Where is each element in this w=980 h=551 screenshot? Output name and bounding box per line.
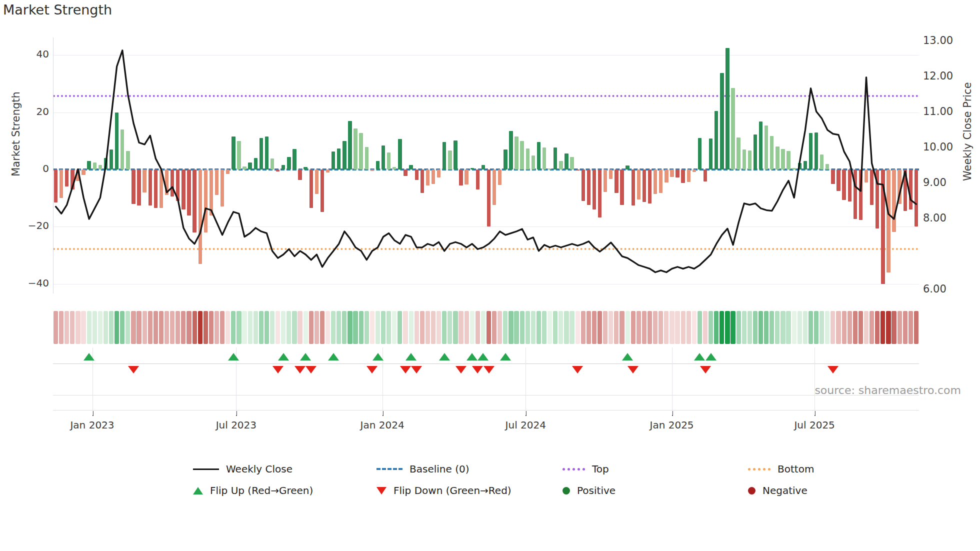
heat-cell	[320, 311, 324, 344]
heat-cell	[409, 311, 414, 344]
heat-cell	[742, 311, 746, 344]
heat-cell	[626, 311, 630, 344]
heat-cell	[748, 311, 752, 344]
source-credit: source: sharemaestro.com	[814, 384, 961, 396]
flip-up-marker	[622, 353, 633, 360]
heat-cell	[436, 311, 441, 344]
flip-down-marker	[294, 366, 306, 374]
heat-cell	[692, 311, 696, 344]
market-strength-chart: Market Strength Market Strength Weekly C…	[0, 0, 980, 551]
heat-cell	[270, 311, 274, 344]
heat-cell	[914, 311, 918, 344]
legend-item: Top	[562, 463, 609, 475]
heat-cell	[192, 311, 197, 344]
right-tick-label: 12.00	[923, 70, 953, 82]
legend-label: Baseline (0)	[410, 463, 469, 475]
heat-cell	[59, 311, 64, 344]
heat-cell	[304, 311, 308, 344]
heat-cell	[753, 311, 758, 344]
flip-down-marker	[472, 366, 483, 374]
flip-down-marker	[456, 366, 466, 374]
flip-up-icon	[193, 487, 203, 494]
heat-cell	[292, 311, 296, 344]
heat-cell	[703, 311, 708, 344]
heat-cell	[403, 311, 408, 344]
heat-cell	[442, 311, 446, 344]
spacer-line-2	[53, 410, 919, 410]
heat-cell	[159, 311, 164, 344]
weekly-close-swatch	[193, 468, 219, 470]
heat-cell	[114, 311, 119, 344]
heat-cell	[386, 311, 391, 344]
flip-up-marker	[278, 353, 289, 360]
flip-down-icon	[376, 487, 386, 494]
heat-cell	[109, 311, 114, 344]
legend-label: Top	[592, 463, 609, 475]
heat-cell	[698, 311, 702, 344]
plot-area	[53, 38, 919, 294]
heat-cell	[664, 311, 668, 344]
heat-cell	[204, 311, 208, 344]
heat-cell	[875, 311, 880, 344]
right-tick-label: 10.00	[923, 141, 953, 153]
heat-cell	[486, 311, 491, 344]
heat-cell	[359, 311, 364, 344]
positive-icon	[562, 487, 570, 494]
heat-cell	[603, 311, 608, 344]
legend-item: Weekly Close	[193, 463, 292, 475]
spacer-line-1	[53, 395, 919, 396]
legend-item: Bottom	[748, 463, 814, 475]
heatmap-strip	[53, 311, 919, 344]
heat-cell	[648, 311, 652, 344]
flip-down-marker	[700, 366, 711, 374]
heat-cell	[670, 311, 674, 344]
heat-cell	[314, 311, 319, 344]
heat-cell	[154, 311, 158, 344]
heat-cell	[586, 311, 591, 344]
heat-cell	[898, 311, 902, 344]
heat-cell	[298, 311, 302, 344]
bottom-line-swatch	[748, 468, 770, 470]
heat-cell	[104, 311, 108, 344]
heat-cell	[658, 311, 663, 344]
flip-down-marker	[366, 366, 378, 374]
heat-cell	[553, 311, 558, 344]
heat-cell	[520, 311, 524, 344]
heat-cell	[536, 311, 541, 344]
flip-up-marker	[328, 353, 339, 360]
flip-up-marker	[466, 353, 478, 360]
heat-cell	[242, 311, 246, 344]
heat-cell	[54, 311, 58, 344]
right-tick-label: 6.00	[923, 283, 946, 295]
left-axis-spine	[53, 38, 54, 294]
heat-cell	[514, 311, 518, 344]
heat-cell	[120, 311, 124, 344]
heat-cell	[254, 311, 258, 344]
legend-item: Positive	[562, 484, 616, 496]
heat-cell	[592, 311, 596, 344]
heat-cell	[392, 311, 396, 344]
x-tick-label: Jan 2023	[62, 419, 122, 431]
left-tick-label: −40	[5, 277, 49, 289]
heat-cell	[286, 311, 291, 344]
heat-cell	[825, 311, 830, 344]
flip-down-marker	[628, 366, 638, 374]
heat-cell	[198, 311, 202, 344]
heat-cell	[830, 311, 835, 344]
heat-cell	[820, 311, 824, 344]
heat-cell	[70, 311, 74, 344]
heat-cell	[376, 311, 380, 344]
heat-cell	[814, 311, 818, 344]
heat-cell	[570, 311, 574, 344]
left-tick-label: 20	[5, 106, 49, 118]
heat-cell	[348, 311, 352, 344]
heat-cell	[492, 311, 496, 344]
heat-cell	[764, 311, 768, 344]
heat-cell	[526, 311, 530, 344]
weekly-close-line	[53, 38, 919, 294]
flip-up-marker	[500, 353, 511, 360]
heat-cell	[548, 311, 552, 344]
page-title: Market Strength	[3, 2, 112, 18]
flip-up-marker	[84, 353, 94, 360]
heat-cell	[758, 311, 763, 344]
